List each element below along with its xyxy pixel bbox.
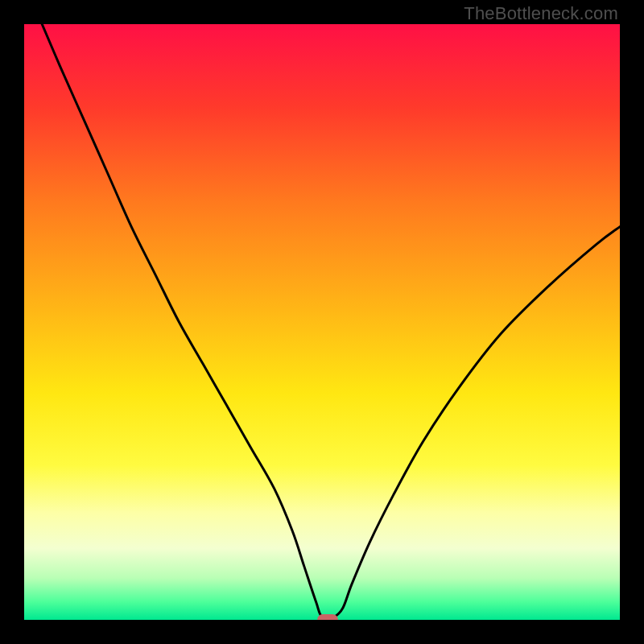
optimal-point-marker (317, 614, 338, 620)
bottleneck-curve (24, 24, 620, 620)
plot-area (24, 24, 620, 620)
watermark-text: TheBottleneck.com (464, 3, 618, 24)
chart-frame: TheBottleneck.com (0, 0, 644, 644)
